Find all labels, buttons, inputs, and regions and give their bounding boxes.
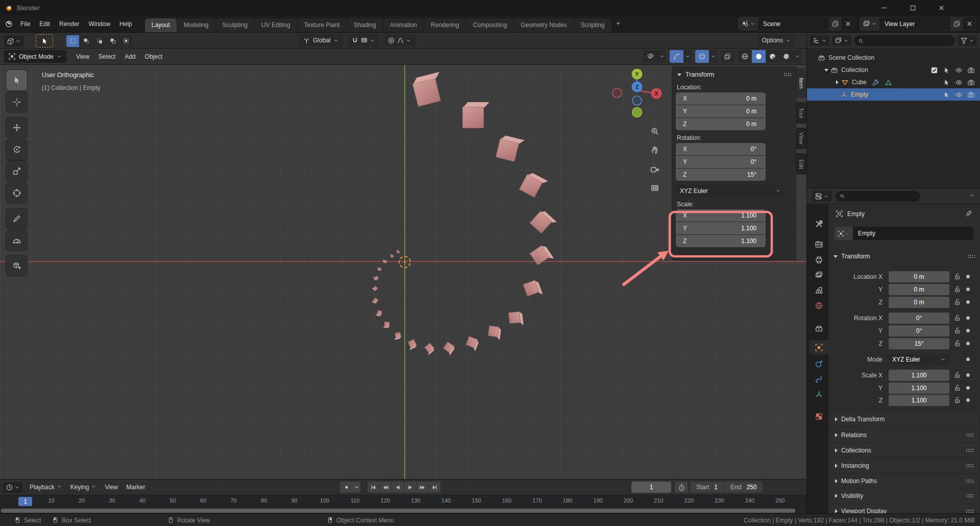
- outliner-search[interactable]: [854, 35, 955, 46]
- menu-render[interactable]: Render: [55, 18, 84, 30]
- camera-icon[interactable]: [967, 90, 975, 98]
- lock-open-icon[interactable]: [953, 314, 962, 322]
- transform-rotation-z[interactable]: Z15°: [676, 169, 766, 181]
- record-options[interactable]: [353, 482, 360, 493]
- viewport-3d[interactable]: User Orthographic (1) Collection | Empty…: [0, 65, 806, 479]
- workspace-tab-texture-paint[interactable]: Texture Paint: [298, 18, 347, 32]
- empty-object-marker[interactable]: [399, 256, 411, 268]
- measure-tool-button[interactable]: [6, 230, 27, 251]
- properties-search-input[interactable]: [847, 192, 916, 201]
- viewport-menu-view[interactable]: View: [71, 51, 94, 62]
- array-cube[interactable]: [508, 312, 521, 324]
- panel-motion-paths[interactable]: Motion Paths: [830, 474, 978, 488]
- select-mode-box-dashed[interactable]: [66, 35, 79, 47]
- maximize-button[interactable]: [902, 0, 923, 15]
- animate-dot[interactable]: [966, 357, 970, 361]
- lock-open-icon[interactable]: [953, 384, 962, 392]
- animate-dot[interactable]: [966, 373, 970, 377]
- scrollbar-thumb[interactable]: [1, 509, 795, 513]
- property-value-field[interactable]: XYZ Euler: [889, 354, 949, 365]
- viewport-menu-object[interactable]: Object: [140, 51, 167, 62]
- property-value-field[interactable]: 0 m: [889, 271, 949, 282]
- properties-tab-tool[interactable]: [809, 217, 828, 231]
- workspace-tab-animation[interactable]: Animation: [383, 18, 424, 32]
- add-workspace-button[interactable]: +: [612, 17, 625, 31]
- transform-scale-z[interactable]: Z1.100: [676, 235, 766, 247]
- cursor-tool-button[interactable]: [6, 92, 27, 112]
- workspace-tab-layout[interactable]: Layout: [145, 18, 177, 32]
- properties-search[interactable]: [836, 191, 920, 202]
- array-cube[interactable]: [407, 339, 416, 347]
- active-tool-indicator[interactable]: [36, 34, 53, 47]
- properties-tab-physics[interactable]: [809, 356, 828, 371]
- workspace-tab-modeling[interactable]: Modeling: [177, 18, 215, 32]
- panel-instancing[interactable]: Instancing: [830, 459, 978, 472]
- outliner-display-mode-dropdown[interactable]: [832, 35, 851, 46]
- add-cube-tool-button[interactable]: [6, 255, 27, 276]
- timeline-menu-view[interactable]: View: [101, 482, 122, 493]
- eye-icon[interactable]: [955, 66, 963, 74]
- array-cube[interactable]: [412, 78, 441, 107]
- overlays-toggle[interactable]: [695, 50, 717, 63]
- properties-tab-output[interactable]: [809, 252, 828, 267]
- view-layer-remove-button[interactable]: [963, 17, 975, 30]
- outliner-editor-dropdown[interactable]: [810, 35, 829, 46]
- sidebar-tab-item[interactable]: Item: [796, 68, 806, 98]
- mode-dropdown[interactable]: Object Mode: [4, 50, 66, 63]
- lock-open-icon[interactable]: [953, 327, 962, 335]
- rotation-mode-dropdown[interactable]: XYZ Euler: [676, 184, 785, 197]
- panel-relations[interactable]: Relations: [830, 428, 978, 442]
- view-layer-new-copy-button[interactable]: [950, 17, 963, 30]
- zoom-button[interactable]: [646, 123, 664, 140]
- select-box-tool-button[interactable]: [6, 70, 27, 90]
- properties-tab-object[interactable]: [809, 340, 828, 354]
- lock-open-icon[interactable]: [953, 298, 962, 306]
- animate-dot[interactable]: [966, 316, 970, 320]
- pin-icon[interactable]: [965, 210, 972, 218]
- array-cube[interactable]: [465, 336, 477, 348]
- shading-solid-button[interactable]: [752, 50, 766, 63]
- select-mode-sel-new[interactable]: [80, 35, 92, 47]
- transform-location-y[interactable]: Y0 m: [676, 105, 766, 117]
- move-tool-button[interactable]: [6, 117, 27, 138]
- array-cube[interactable]: [373, 298, 379, 303]
- shading-rendered-button[interactable]: [779, 50, 793, 63]
- workspace-tab-uv-editing[interactable]: UV Editing: [255, 18, 297, 32]
- transform-rotation-x[interactable]: X0°: [676, 143, 766, 155]
- array-cube[interactable]: [373, 285, 378, 291]
- transform-location-x[interactable]: X0 m: [676, 92, 766, 105]
- array-cube[interactable]: [394, 331, 401, 338]
- breadcrumb-object-name[interactable]: Empty: [847, 210, 865, 218]
- array-cube[interactable]: [374, 275, 379, 280]
- transform-tool-button[interactable]: [6, 183, 27, 203]
- transform-panel-header[interactable]: Transform: [834, 253, 975, 260]
- properties-tab-collection[interactable]: [809, 321, 828, 336]
- properties-tab-world[interactable]: [809, 298, 828, 313]
- outliner-row-empty[interactable]: Empty: [807, 88, 980, 101]
- array-cube[interactable]: [384, 322, 389, 327]
- scene-name[interactable]: Scene: [758, 20, 828, 28]
- scene-browse-button[interactable]: [739, 17, 758, 30]
- view-layer-name[interactable]: View Layer: [879, 20, 950, 28]
- workspace-tab-sculpting[interactable]: Sculpting: [216, 18, 254, 32]
- jump-to-end-button[interactable]: [429, 482, 440, 493]
- outliner-filter-dropdown[interactable]: [958, 35, 977, 46]
- xray-toggle[interactable]: [721, 50, 734, 63]
- properties-tab-constraints[interactable]: [809, 372, 828, 386]
- timeline-menu-keying[interactable]: Keying: [66, 482, 101, 493]
- play-reverse-button[interactable]: [392, 482, 404, 493]
- scene-unlink-button[interactable]: [842, 17, 854, 30]
- panel-grip-icon[interactable]: [783, 73, 792, 77]
- eye-icon[interactable]: [955, 78, 963, 86]
- array-cube[interactable]: [390, 254, 394, 257]
- array-cube[interactable]: [443, 342, 454, 353]
- scene-new-copy-button[interactable]: [829, 17, 841, 30]
- expand-icon[interactable]: [824, 69, 828, 71]
- lock-open-icon[interactable]: [953, 273, 962, 281]
- annotate-tool-button[interactable]: [6, 208, 27, 229]
- current-frame-marker[interactable]: 1: [18, 497, 32, 506]
- transform-orientation-dropdown[interactable]: Global: [299, 34, 343, 46]
- close-button[interactable]: [931, 0, 951, 15]
- array-cube[interactable]: [378, 267, 382, 271]
- minimize-button[interactable]: [874, 0, 894, 15]
